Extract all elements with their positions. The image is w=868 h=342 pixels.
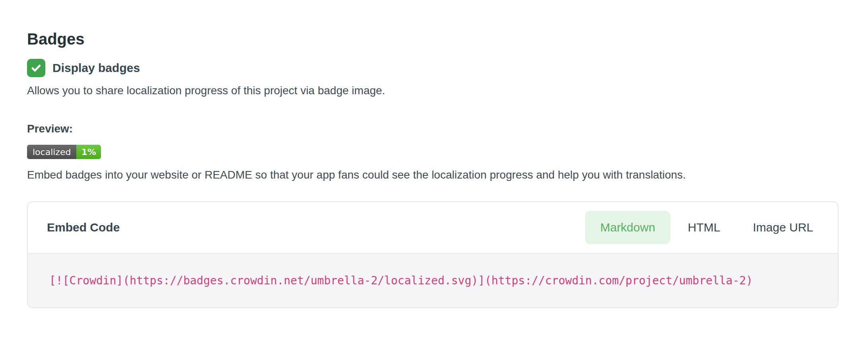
localization-progress-badge: localized 1% [27, 145, 101, 159]
embed-code-card: Embed Code Markdown HTML Image URL [![Cr… [27, 201, 839, 308]
display-badges-checkbox[interactable] [27, 59, 45, 77]
embed-code-title: Embed Code [47, 221, 120, 234]
badge-value-segment: 1% [76, 145, 101, 159]
tab-image-url[interactable]: Image URL [738, 211, 828, 244]
embed-code-text: [![Crowdin](https://badges.crowdin.net/u… [49, 274, 753, 287]
badge-label-segment: localized [27, 145, 76, 159]
embed-format-tabs: Markdown HTML Image URL [585, 211, 828, 244]
display-badges-row: Display badges [27, 59, 841, 77]
embed-code-card-header: Embed Code Markdown HTML Image URL [28, 202, 838, 253]
display-badges-description: Allows you to share localization progres… [27, 84, 841, 98]
display-badges-label: Display badges [52, 61, 140, 75]
badges-settings-section: Badges Display badges Allows you to shar… [0, 0, 868, 308]
embed-hint-text: Embed badges into your website or README… [27, 168, 841, 182]
tab-html[interactable]: HTML [673, 211, 736, 244]
page-title: Badges [27, 29, 841, 49]
tab-markdown[interactable]: Markdown [585, 211, 670, 244]
checkmark-icon [30, 62, 42, 74]
embed-code-block[interactable]: [![Crowdin](https://badges.crowdin.net/u… [28, 253, 838, 307]
preview-label: Preview: [27, 122, 841, 136]
